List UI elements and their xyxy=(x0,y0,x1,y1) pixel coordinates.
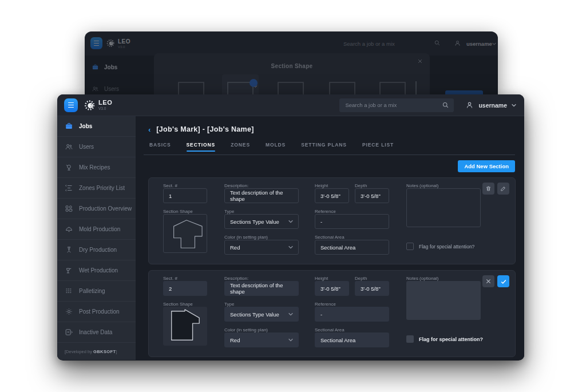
sectional-area-field[interactable]: Sectional Area xyxy=(315,332,389,347)
edit-section-button[interactable] xyxy=(497,183,509,195)
wet-icon xyxy=(65,266,73,275)
height-label: Height xyxy=(315,183,328,188)
back-chevron-icon[interactable]: ‹ xyxy=(148,126,151,133)
section-shape-label: Section Shape xyxy=(163,209,193,214)
shape-option-5 xyxy=(374,74,411,96)
modal-title: Section Shape xyxy=(154,63,430,69)
bg-sidebar-item-users: Users xyxy=(92,85,119,93)
shape-option-1 xyxy=(173,74,209,96)
tab-sections[interactable]: SECTIONS xyxy=(187,142,216,148)
add-new-section-button[interactable]: Add New Section xyxy=(458,160,515,172)
overview-icon xyxy=(65,204,73,213)
sidebar-item-mold-production[interactable]: Mold Production xyxy=(57,219,136,240)
search-input[interactable] xyxy=(344,101,442,109)
section-card-2: Sect. # 2 Section Shape Description: Tex… xyxy=(148,270,516,357)
tab-molds[interactable]: MOLDS xyxy=(266,142,286,148)
tab-piece-list[interactable]: PIECE LIST xyxy=(362,142,394,148)
search-icon[interactable] xyxy=(442,101,449,109)
section-card-1: Sect. # 1 Section Shape Description: Tex… xyxy=(148,177,516,264)
sidebar-item-dry-production[interactable]: Dry Production xyxy=(57,240,136,260)
shape-1-polygon xyxy=(164,215,207,252)
section-shape-modal: Section Shape xyxy=(154,53,430,96)
app-name: LEO xyxy=(98,100,112,106)
reference-label: Reference xyxy=(315,209,336,214)
bg-username: username xyxy=(466,41,492,47)
color-select[interactable]: Red xyxy=(224,332,299,347)
users-icon xyxy=(92,85,99,93)
sidebar-item-wet-production[interactable]: Wet Production xyxy=(57,260,136,281)
section-shape-thumbnail[interactable] xyxy=(163,214,207,253)
flag-checkbox[interactable] xyxy=(406,243,414,250)
height-field[interactable]: 3'-0 5/8" xyxy=(315,188,349,203)
type-select[interactable]: Sections Type Value xyxy=(224,214,299,229)
description-field[interactable]: Text description of the shape xyxy=(224,281,299,296)
search-bar[interactable] xyxy=(339,98,454,112)
section-shape-thumbnail[interactable] xyxy=(163,307,207,346)
bg-sidebar-item-jobs: Jobs xyxy=(92,64,117,71)
bg-search-placeholder: Search a job or a mix xyxy=(343,41,395,47)
flag-checkbox[interactable] xyxy=(406,335,414,343)
sectional-area-field[interactable]: Sectional Area xyxy=(315,240,389,255)
chevron-down-icon xyxy=(512,104,516,107)
sidebar-item-jobs[interactable]: Jobs xyxy=(57,116,136,137)
tab-bar: BASICS SECTIONS ZONES MOLDS SETTING PLAN… xyxy=(149,142,515,148)
color-select[interactable]: Red xyxy=(224,240,299,255)
chevron-down-icon xyxy=(492,42,496,45)
user-menu[interactable]: username xyxy=(465,101,516,109)
notes-textarea[interactable] xyxy=(406,281,481,320)
shape-2-polygon xyxy=(163,307,206,345)
tab-zones[interactable]: ZONES xyxy=(231,142,250,148)
confirm-edit-button[interactable] xyxy=(497,275,509,287)
sect-number-label: Sect. # xyxy=(163,276,177,281)
sidebar-item-users[interactable]: Users xyxy=(57,137,136,157)
chevron-down-icon xyxy=(288,246,293,249)
description-label: Description: xyxy=(224,183,248,188)
gear-icon xyxy=(65,307,73,316)
reference-field[interactable]: - xyxy=(315,214,389,229)
edit-icon xyxy=(500,185,506,192)
reference-field[interactable]: - xyxy=(315,307,389,322)
depth-field[interactable]: 3'-0 5/8" xyxy=(355,188,389,203)
tab-setting-plans[interactable]: SETTING PLANS xyxy=(301,142,347,148)
notes-label: Notes (optional) xyxy=(406,276,438,281)
pallet-icon xyxy=(65,287,73,295)
reference-label: Reference xyxy=(315,302,336,307)
check-icon xyxy=(250,79,258,87)
user-icon xyxy=(465,101,474,109)
flag-special-attention[interactable]: Flag for special attention? xyxy=(406,243,474,250)
sidebar-item-inactive-data[interactable]: Inactive Data xyxy=(57,322,136,343)
sect-number-field[interactable]: 2 xyxy=(163,281,207,296)
depth-field[interactable]: 3'-0 5/8" xyxy=(355,281,389,296)
sectional-area-label: Sectional Area xyxy=(315,327,345,332)
bg-app-version: V3.0 xyxy=(118,45,125,49)
cancel-edit-button[interactable] xyxy=(482,275,494,287)
bg-app-name: LEO xyxy=(118,38,130,45)
sidebar-item-production-overview[interactable]: Production Overview xyxy=(57,199,136,219)
sidebar-item-palletizing[interactable]: Palletizing xyxy=(57,281,136,302)
mixer-icon xyxy=(65,163,73,172)
height-label: Height xyxy=(315,276,328,281)
delete-section-button[interactable] xyxy=(482,183,494,195)
briefcase-icon xyxy=(65,122,73,130)
type-select[interactable]: Sections Type Value xyxy=(224,307,299,322)
page-title: [Job's Mark] - [Job's Name] xyxy=(156,125,254,133)
menu-icon[interactable] xyxy=(64,98,78,112)
height-field[interactable]: 3'-0 5/8" xyxy=(315,281,349,296)
user-icon xyxy=(454,39,461,47)
tab-basics[interactable]: BASICS xyxy=(149,142,171,148)
sidebar-item-mix-recipes[interactable]: Mix Recipes xyxy=(57,157,136,178)
app-logo: LEO V3.0 xyxy=(84,100,112,111)
notes-label: Notes (optional) xyxy=(406,183,438,188)
flag-special-attention[interactable]: Flag for special attention? xyxy=(406,335,483,343)
priority-list-icon xyxy=(65,184,73,192)
sect-number-field[interactable]: 1 xyxy=(163,188,207,203)
sectional-area-label: Sectional Area xyxy=(315,235,345,240)
search-icon xyxy=(434,39,441,46)
sidebar-item-zones-priority-list[interactable]: Zones Priority List xyxy=(57,178,136,199)
close-icon xyxy=(417,58,423,64)
shape-option-2-selected xyxy=(222,74,259,96)
background-window[interactable]: LEO V3.0 Search a job or a mix username … xyxy=(85,31,498,96)
sidebar-item-post-production[interactable]: Post Production xyxy=(57,302,136,322)
description-field[interactable]: Text description of the shape xyxy=(224,188,299,203)
notes-textarea[interactable] xyxy=(406,188,481,227)
